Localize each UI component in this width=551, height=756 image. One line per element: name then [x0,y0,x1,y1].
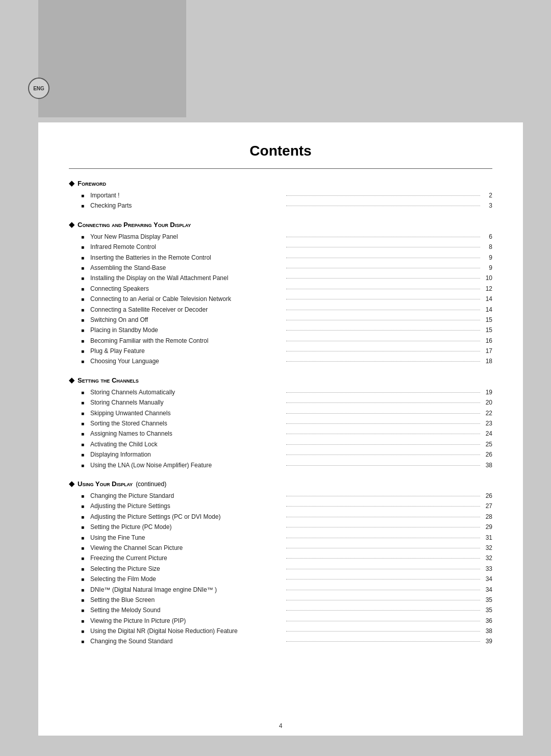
toc-dots [286,237,480,237]
bullet-icon: ■ [81,450,87,459]
toc-item: ■Viewing the Channel Scan Picture32 [69,543,492,553]
bullet-icon: ■ [81,388,87,397]
toc-section-foreword: ◆Foreword■Important !2■Checking Parts3 [69,179,492,211]
toc-page-number: 9 [482,263,492,273]
toc-dots [286,590,480,590]
diamond-icon: ◆ [69,179,74,187]
section-header-channels: ◆Setting the Channels [69,376,492,384]
toc-dots [286,455,480,455]
toc-item: ■Plug & Play Feature17 [69,346,492,356]
toc-page-number: 10 [482,273,492,283]
toc-item-label: Changing the Picture Standard [90,491,284,501]
toc-page-number: 6 [482,232,492,242]
eng-label: ENG [33,86,44,91]
toc-item: ■Connecting Speakers12 [69,284,492,294]
toc-dots [286,434,480,434]
toc-item-label: Viewing the Picture In Picture (PIP) [90,616,284,626]
toc-page-number: 16 [482,336,492,346]
toc-item: ■Adjusting the Picture Settings (PC or D… [69,512,492,522]
section-header-suffix: (continued) [136,481,166,488]
section-header-foreword: ◆Foreword [69,179,492,187]
toc-dots [286,444,480,445]
section-title: Using Your Display [78,480,133,488]
toc-item: ■Freezing the Current Picture32 [69,553,492,563]
left-panel [38,0,186,117]
bullet-icon: ■ [81,513,87,521]
toc-dots [286,496,480,496]
toc-page-number: 23 [482,418,492,429]
eng-badge: ENG [28,78,49,99]
toc-item-label: Choosing Your Language [90,356,284,366]
toc-item-label: Viewing the Channel Scan Picture [90,543,284,553]
toc-item-label: Using the LNA (Low Noise Amplifier) Feat… [90,460,284,470]
toc-item-label: Using the Fine Tune [90,533,284,543]
toc-dots [286,330,480,331]
toc-item-label: Skipping Unwanted Channels [90,408,284,418]
toc-item-label: Assigning Names to Channels [90,429,284,439]
bullet-icon: ■ [81,326,87,335]
toc-item: ■Setting the Blue Screen35 [69,595,492,605]
toc-item-label: Activating the Child Lock [90,439,284,449]
bullet-icon: ■ [81,565,87,573]
toc-item: ■Becoming Familiar with the Remote Contr… [69,336,492,346]
toc-page-number: 2 [482,190,492,200]
toc-page-number: 35 [482,595,492,605]
section-title: Setting the Channels [78,376,139,384]
toc-page-number: 26 [482,449,492,460]
toc-dots [286,631,480,632]
toc-item: ■Changing the Sound Standard39 [69,636,492,646]
bullet-icon: ■ [81,409,87,418]
bullet-icon: ■ [81,617,87,625]
toc-page-number: 12 [482,284,492,294]
toc-item: ■Assembling the Stand-Base9 [69,263,492,273]
toc-dots [286,413,480,414]
toc-item: ■Displaying Information26 [69,449,492,460]
toc-section-channels: ◆Setting the Channels■Storing Channels A… [69,376,492,470]
toc-section-connecting: ◆Connecting and Preparing Your Display■Y… [69,220,492,367]
toc-dots [286,289,480,289]
toc-page-number: 27 [482,501,492,511]
toc-item: ■Infrared Remote Control8 [69,242,492,252]
toc-page-number: 9 [482,253,492,263]
toc-item: ■Storing Channels Automatically19 [69,387,492,397]
bullet-icon: ■ [81,637,87,646]
toc-page-number: 15 [482,315,492,325]
toc-dots [286,299,480,299]
bullet-icon: ■ [81,357,87,366]
toc-item: ■Switching On and Off15 [69,315,492,325]
page-title: Contents [69,143,492,159]
toc-item-label: Selecting the Picture Size [90,564,284,574]
toc-page-number: 26 [482,491,492,501]
section-header-using: ◆Using Your Display (continued) [69,480,492,488]
toc-item: ■Skipping Unwanted Channels22 [69,408,492,418]
section-title: Connecting and Preparing Your Display [78,221,191,229]
toc-item-label: Displaying Information [90,449,284,460]
toc-page-number: 25 [482,439,492,449]
toc-item: ■Storing Channels Manually20 [69,397,492,408]
toc-page-number: 39 [482,636,492,646]
bullet-icon: ■ [81,295,87,304]
toc-dots [286,465,480,466]
bullet-icon: ■ [81,586,87,594]
toc-item: ■Placing in Standby Mode15 [69,325,492,335]
toc-item-label: Storing Channels Manually [90,397,284,408]
toc-item-label: Placing in Standby Mode [90,325,284,335]
toc-sections: ◆Foreword■Important !2■Checking Parts3◆C… [69,179,492,647]
toc-item-label: Your New Plasma Display Panel [90,232,284,242]
page-content: Contents ◆Foreword■Important !2■Checking… [38,122,523,736]
toc-item-label: Freezing the Current Picture [90,553,284,563]
bullet-icon: ■ [81,337,87,345]
toc-item: ■Selecting the Picture Size33 [69,564,492,574]
toc-dots [286,268,480,268]
bullet-icon: ■ [81,461,87,470]
toc-item-label: Plug & Play Feature [90,346,284,356]
toc-item: ■Connecting to an Aerial or Cable Televi… [69,294,492,304]
toc-page-number: 28 [482,512,492,522]
bullet-icon: ■ [81,430,87,438]
toc-item: ■Your New Plasma Display Panel6 [69,232,492,242]
toc-item-label: Inserting the Batteries in the Remote Co… [90,253,284,263]
toc-page-number: 32 [482,543,492,553]
bullet-icon: ■ [81,575,87,584]
bullet-icon: ■ [81,201,87,210]
toc-item-label: Setting the Picture (PC Mode) [90,522,284,532]
